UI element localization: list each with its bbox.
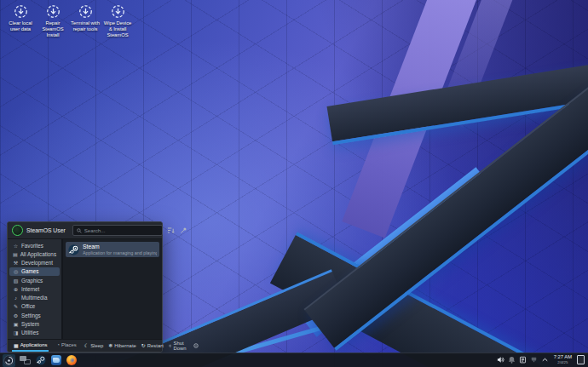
virtual-desktop-pager[interactable]: [20, 356, 31, 364]
snowflake-icon: ❄: [108, 343, 112, 348]
sidebar-item-label: Internet: [21, 286, 39, 292]
sidebar-item-utilities[interactable]: ◨ Utilities: [9, 329, 60, 337]
tab-applications[interactable]: ▦ Applications: [12, 340, 49, 352]
desktop-icon-terminal-repair-tools[interactable]: Terminal with repair tools: [70, 3, 101, 38]
sort-icon: [167, 227, 175, 234]
sidebar-item-label: Favorites: [21, 243, 43, 249]
shutdown-button[interactable]: Shut Down: [169, 341, 188, 351]
volume-button[interactable]: [497, 356, 504, 364]
sidebar-item-label: Settings: [21, 313, 41, 318]
sleep-button[interactable]: ☾ Sleep: [84, 343, 103, 348]
desktop-icon-label: Clear local user data: [5, 20, 36, 32]
media-icon: ♪: [13, 295, 19, 301]
sidebar-item-all-applications[interactable]: ▤ All Applications: [9, 249, 60, 258]
firefox-icon: [66, 355, 77, 365]
network-button[interactable]: [530, 356, 538, 364]
tab-label: Places: [61, 342, 77, 347]
category-sidebar: ☆ Favorites ▤ All Applications ⚒ Develop…: [8, 239, 61, 339]
steam-icon: [68, 244, 79, 255]
sidebar-item-label: Office: [21, 303, 35, 309]
system-tray: 7:27 AM 2/4/25: [497, 355, 585, 364]
user-avatar[interactable]: [12, 225, 23, 236]
application-launcher-button[interactable]: [3, 354, 15, 367]
search-field[interactable]: [72, 225, 163, 236]
app-list-item-steam[interactable]: Steam Application for managing and playi…: [66, 242, 159, 257]
taskbar-dolphin-button[interactable]: [50, 355, 61, 366]
expand-tray-button[interactable]: [541, 356, 549, 364]
dolphin-icon: [51, 355, 61, 365]
sidebar-item-label: Graphics: [21, 278, 43, 284]
moon-icon: ☾: [84, 343, 89, 348]
taskbar-firefox-button[interactable]: [66, 355, 77, 366]
sidebar-item-graphics[interactable]: ▧ Graphics: [9, 276, 60, 284]
sidebar-item-internet[interactable]: ⊕ Internet: [9, 284, 60, 293]
bell-icon: [508, 356, 516, 364]
sidebar-item-office[interactable]: ✎ Office: [9, 302, 60, 311]
app-text: Steam Application for managing and playi…: [83, 244, 157, 255]
restart-button[interactable]: ↻ Restart: [141, 343, 164, 348]
desktop-icon-row: Clear local user data Repair SteamOS Ins…: [5, 3, 133, 38]
action-label: Hibernate: [114, 343, 136, 348]
desktop-icon-clear-local-user-data[interactable]: Clear local user data: [5, 3, 36, 38]
reinstall-icon: [45, 3, 61, 20]
tab-label: Applications: [20, 342, 48, 347]
sidebar-item-label: All Applications: [20, 251, 56, 257]
desktop-icon-label: Terminal with repair tools: [70, 20, 101, 32]
gamepad-icon: ◎: [13, 268, 19, 274]
reinstall-icon: [110, 3, 126, 20]
desktop-icon-repair-steamos-install[interactable]: Repair SteamOS Install: [37, 3, 68, 38]
tab-places[interactable]: ◔ Places: [55, 340, 78, 352]
sidebar-item-system[interactable]: ▣ System: [9, 319, 60, 328]
sidebar-item-label: Development: [21, 260, 53, 266]
sidebar-item-label: System: [21, 321, 39, 327]
pin-button[interactable]: [179, 226, 188, 235]
sidebar-item-label: Games: [21, 268, 38, 274]
network-icon: [530, 356, 538, 364]
sidebar-item-multimedia[interactable]: ♪ Multimedia: [9, 294, 60, 302]
globe-icon: ⊕: [13, 286, 19, 292]
search-input[interactable]: [84, 227, 159, 233]
launcher-header: SteamOS User: [8, 222, 162, 239]
application-launcher-menu: SteamOS User ☆ Favorites ▤ All Applicati…: [7, 221, 163, 353]
image-icon: ▧: [13, 278, 19, 284]
clipboard-button[interactable]: [519, 356, 527, 364]
clipboard-icon: [519, 356, 527, 364]
sidebar-item-favorites[interactable]: ☆ Favorites: [9, 241, 60, 249]
pin-icon: [180, 227, 187, 234]
document-icon: ✎: [13, 303, 19, 309]
launcher-body: ☆ Favorites ▤ All Applications ⚒ Develop…: [8, 239, 162, 339]
show-desktop-button[interactable]: [577, 355, 585, 364]
desktop-icon-wipe-device-install-steamos[interactable]: Wipe Device & Install SteamOS: [102, 3, 133, 38]
steamos-launcher-icon: [3, 355, 14, 366]
session-more-button[interactable]: [193, 343, 199, 348]
launcher-footer: ▦ Applications ◔ Places ☾ Sleep ❄ Hibern…: [8, 339, 162, 352]
grid-icon: ▦: [14, 342, 19, 348]
chevron-up-icon: [541, 356, 549, 364]
grid-icon: ▤: [13, 251, 18, 257]
star-icon: ☆: [13, 243, 19, 249]
app-description: Application for managing and playing gam…: [83, 250, 157, 255]
user-name: SteamOS User: [26, 227, 66, 233]
steam-icon: [36, 355, 46, 365]
sidebar-item-development[interactable]: ⚒ Development: [9, 259, 60, 267]
action-label: Sleep: [90, 343, 103, 348]
desktop-icon-label: Repair SteamOS Install: [37, 20, 68, 38]
notifications-button[interactable]: [508, 356, 516, 364]
power-icon: [169, 343, 172, 348]
volume-icon: [497, 356, 504, 364]
sidebar-item-label: Utilities: [21, 330, 38, 335]
restart-icon: ↻: [141, 343, 146, 348]
pager-desktop-2[interactable]: [24, 359, 31, 364]
leave-icon: [193, 343, 199, 348]
sidebar-item-settings[interactable]: ⚙ Settings: [9, 311, 60, 319]
tools-icon: ⚒: [13, 260, 19, 266]
sidebar-item-games[interactable]: ◎ Games: [9, 267, 60, 276]
taskbar: 7:27 AM 2/4/25: [0, 353, 588, 367]
hibernate-button[interactable]: ❄ Hibernate: [108, 343, 136, 348]
app-name: Steam: [83, 244, 157, 250]
sort-button[interactable]: [166, 226, 176, 235]
reinstall-icon: [13, 3, 29, 20]
taskbar-steam-button[interactable]: [35, 355, 46, 366]
clock-date: 2/4/25: [557, 361, 568, 364]
digital-clock[interactable]: 7:27 AM 2/4/25: [554, 355, 572, 364]
